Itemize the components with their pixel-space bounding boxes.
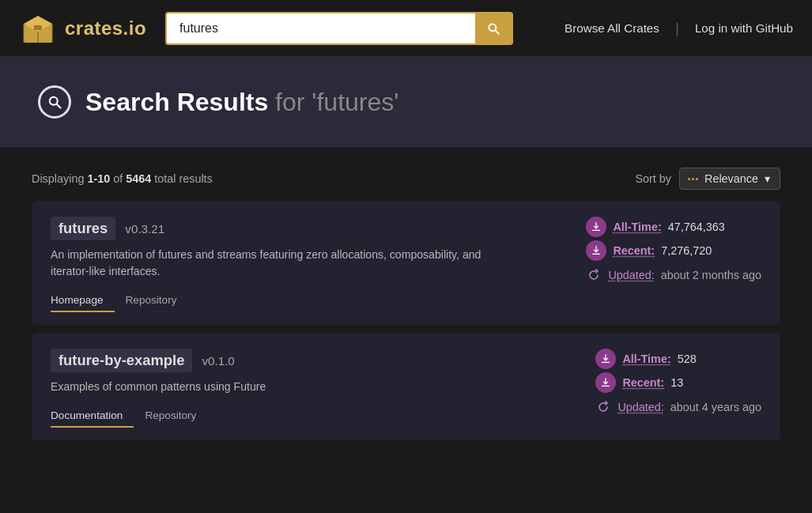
download-recent-icon-2: [595, 372, 616, 393]
stat-alltime-row: All-Time: 47,764,363: [586, 217, 724, 237]
display-of: of: [113, 172, 123, 185]
crate-description: An implementation of futures and streams…: [51, 247, 509, 280]
alltime-value: 47,764,363: [668, 221, 725, 233]
crate-link-repository-2[interactable]: Repository: [134, 406, 207, 428]
crate-name-row: futures v0.3.21: [51, 217, 586, 240]
results-query: for 'futures': [275, 88, 398, 116]
stat-updated-row: Updated: about 2 months ago: [586, 267, 761, 283]
alltime-label-2: All-Time:: [622, 353, 670, 365]
updated-value: about 2 months ago: [661, 269, 761, 281]
refresh-icon: [587, 269, 600, 281]
header: crates.io Browse All Crates | Log in wit…: [0, 0, 812, 57]
sort-dots-icon: [688, 178, 698, 180]
nav: Browse All Crates | Log in with GitHub: [549, 20, 793, 37]
crate-name-2[interactable]: future-by-example: [51, 349, 192, 372]
alltime-value-2: 528: [678, 353, 697, 365]
download-icon-3: [600, 353, 611, 364]
crate-stats-fbe: All-Time: 528 Recent: 13 Updated: abo: [595, 349, 761, 415]
sort-area: Sort by Relevance ▾: [635, 168, 780, 190]
crate-version-2: v0.1.0: [202, 354, 234, 368]
logo-icon: [19, 9, 57, 47]
crate-version: v0.3.21: [125, 222, 164, 236]
refresh-icon-2: [597, 401, 610, 413]
recent-value: 7,276,720: [661, 244, 712, 257]
update-icon: [586, 267, 602, 283]
display-info: Displaying 1-10 of 5464 total results: [32, 172, 213, 185]
display-range: 1-10: [87, 172, 110, 185]
search-container: [165, 12, 513, 45]
nav-login-link[interactable]: Log in with GitHub: [679, 21, 793, 35]
banner-search-icon: [47, 94, 62, 110]
search-input[interactable]: [165, 12, 475, 45]
svg-line-9: [57, 104, 61, 108]
svg-rect-5: [34, 25, 42, 30]
sort-dropdown[interactable]: Relevance ▾: [679, 168, 780, 190]
updated-label: Updated:: [608, 269, 654, 281]
search-button[interactable]: [475, 12, 513, 45]
crate-stats-futures: All-Time: 47,764,363 Recent: 7,276,720 U…: [586, 217, 761, 283]
svg-line-7: [495, 30, 499, 34]
recent-label: Recent:: [613, 244, 655, 257]
update-icon-2: [595, 399, 611, 415]
logo-text: crates.io: [65, 17, 146, 40]
logo-link[interactable]: crates.io: [19, 9, 146, 47]
download-recent-icon: [586, 240, 606, 261]
search-circle-icon: [38, 85, 71, 119]
updated-label-2: Updated:: [617, 401, 663, 413]
crate-links: Homepage Repository: [51, 291, 586, 312]
download-icon-2: [591, 245, 602, 256]
nav-browse-link[interactable]: Browse All Crates: [549, 21, 675, 35]
stat-alltime-row-2: All-Time: 528: [595, 349, 696, 369]
crate-left-futures: futures v0.3.21 An implementation of fut…: [51, 217, 586, 312]
recent-value-2: 13: [670, 376, 683, 389]
download-icon: [591, 221, 602, 232]
download-alltime-icon-2: [595, 349, 616, 369]
download-alltime-icon: [586, 217, 606, 237]
crate-left-fbe: future-by-example v0.1.0 Examples of com…: [51, 349, 595, 428]
crate-links-2: Documentation Repository: [51, 406, 595, 428]
crate-card-futures: futures v0.3.21 An implementation of fut…: [32, 201, 780, 325]
crate-name-row-2: future-by-example v0.1.0: [51, 349, 595, 372]
crate-description-2: Examples of common patterns using Future: [51, 379, 509, 395]
content: Displaying 1-10 of 5464 total results So…: [0, 147, 812, 461]
display-line: Displaying 1-10 of 5464 total results So…: [32, 160, 780, 201]
updated-value-2: about 4 years ago: [670, 401, 761, 413]
crate-link-repository[interactable]: Repository: [115, 291, 188, 312]
sort-label: Sort by: [635, 172, 671, 185]
results-title: Search Results: [85, 88, 268, 116]
stat-recent-row-2: Recent: 13: [595, 372, 683, 393]
download-icon-4: [600, 377, 611, 388]
display-suffix: total results: [154, 172, 213, 185]
crate-link-homepage[interactable]: Homepage: [51, 291, 115, 312]
sort-value: Relevance: [704, 172, 758, 185]
display-prefix: Displaying: [32, 172, 84, 185]
stat-updated-row-2: Updated: about 4 years ago: [595, 399, 761, 415]
crate-card-future-by-example: future-by-example v0.1.0 Examples of com…: [32, 333, 780, 440]
search-icon: [486, 21, 500, 36]
crate-name[interactable]: futures: [51, 217, 115, 240]
stat-recent-row: Recent: 7,276,720: [586, 240, 712, 261]
sort-chevron-icon: ▾: [765, 172, 770, 185]
recent-label-2: Recent:: [622, 376, 664, 389]
display-total: 5464: [126, 172, 151, 185]
crate-link-documentation[interactable]: Documentation: [51, 406, 134, 428]
alltime-label: All-Time:: [613, 221, 661, 233]
results-heading: Search Results for 'futures': [85, 88, 398, 117]
results-banner: Search Results for 'futures': [0, 57, 812, 147]
